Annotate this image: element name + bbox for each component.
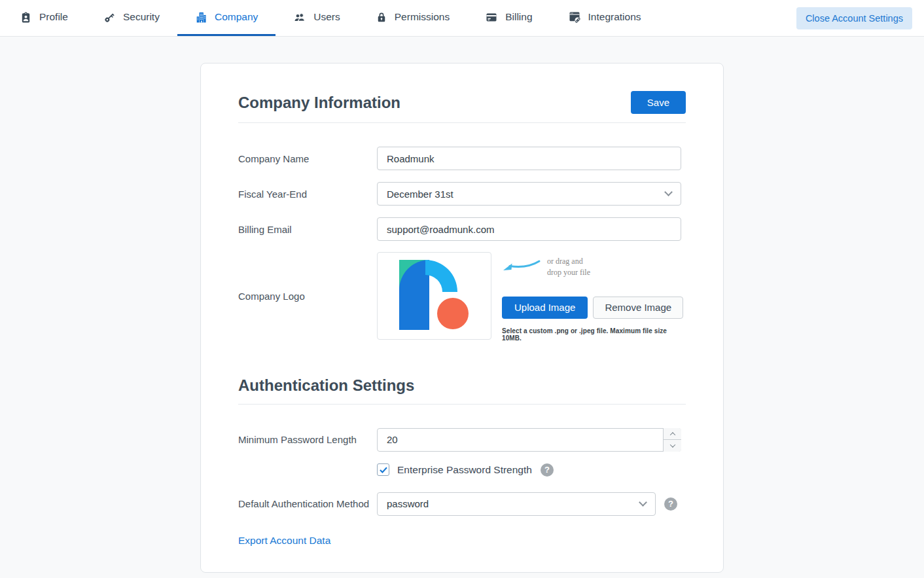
tab-label: Integrations <box>588 11 641 23</box>
tab-security[interactable]: Security <box>86 0 177 36</box>
number-stepper <box>663 428 681 452</box>
tab-label: Users <box>313 11 340 23</box>
billing-email-input[interactable] <box>377 217 681 241</box>
company-settings-card: Company Information Save Company Name Fi… <box>200 63 724 573</box>
chevron-down-icon <box>639 498 647 507</box>
integrations-icon <box>568 10 581 24</box>
tab-permissions[interactable]: Permissions <box>358 0 467 36</box>
tab-label: Profile <box>39 11 68 23</box>
company-logo-preview[interactable] <box>377 252 491 340</box>
tab-label: Security <box>123 11 160 23</box>
stepper-down-button[interactable] <box>664 440 681 452</box>
users-icon <box>293 11 306 24</box>
default-authentication-method-value: password <box>387 498 429 509</box>
section-divider <box>238 404 686 405</box>
roadmunk-logo <box>377 251 491 341</box>
company-logo-label: Company Logo <box>238 291 377 302</box>
checkmark-icon <box>380 467 387 473</box>
upload-image-button[interactable]: Upload Image <box>502 297 588 319</box>
settings-tab-bar: Profile Security <box>0 0 924 37</box>
minimum-password-length-label: Minimum Password Length <box>238 434 377 445</box>
main-content: Company Information Save Company Name Fi… <box>0 63 924 573</box>
drag-drop-hint: or drag and drop your file <box>547 256 590 279</box>
stepper-up-button[interactable] <box>664 428 681 441</box>
chevron-up-icon <box>669 432 675 437</box>
tab-billing[interactable]: Billing <box>467 0 550 36</box>
remove-image-button[interactable]: Remove Image <box>593 297 683 319</box>
file-requirements-note: Select a custom .png or .jpeg file. Maxi… <box>502 327 686 342</box>
tab-users[interactable]: Users <box>275 0 357 36</box>
key-icon <box>103 11 116 24</box>
profile-icon <box>20 11 32 24</box>
authentication-settings-title: Authentication Settings <box>238 374 686 396</box>
drag-arrow-icon <box>502 256 541 278</box>
fiscal-year-end-value: December 31st <box>387 189 453 200</box>
save-button[interactable]: Save <box>631 91 686 114</box>
chevron-down-icon <box>664 188 673 196</box>
tab-company[interactable]: Company <box>177 0 275 36</box>
credit-card-icon <box>485 11 498 24</box>
company-name-input[interactable] <box>377 147 681 170</box>
tab-profile[interactable]: Profile <box>2 0 86 36</box>
default-authentication-method-select[interactable]: password <box>377 492 656 516</box>
billing-email-label: Billing Email <box>238 224 377 235</box>
export-account-data-link[interactable]: Export Account Data <box>238 535 330 547</box>
close-account-settings-button[interactable]: Close Account Settings <box>796 7 912 29</box>
tab-label: Billing <box>505 11 532 23</box>
help-icon[interactable]: ? <box>541 463 554 477</box>
enterprise-password-strength-label: Enterprise Password Strength <box>397 464 532 476</box>
tab-integrations[interactable]: Integrations <box>550 0 659 36</box>
building-icon <box>195 11 207 24</box>
minimum-password-length-input[interactable] <box>377 428 681 452</box>
tab-label: Permissions <box>395 11 450 23</box>
chevron-down-icon <box>669 442 675 447</box>
default-authentication-method-label: Default Authentication Method <box>238 498 377 509</box>
company-information-title: Company Information <box>238 92 400 113</box>
lock-icon <box>376 11 387 24</box>
company-name-label: Company Name <box>238 153 377 164</box>
section-divider <box>238 122 686 123</box>
fiscal-year-end-select[interactable]: December 31st <box>377 182 681 206</box>
tab-label: Company <box>215 11 258 23</box>
fiscal-year-end-label: Fiscal Year-End <box>238 189 377 200</box>
help-icon[interactable]: ? <box>664 497 677 511</box>
enterprise-password-strength-checkbox[interactable] <box>377 463 389 476</box>
settings-tabs: Profile Security <box>0 0 659 36</box>
